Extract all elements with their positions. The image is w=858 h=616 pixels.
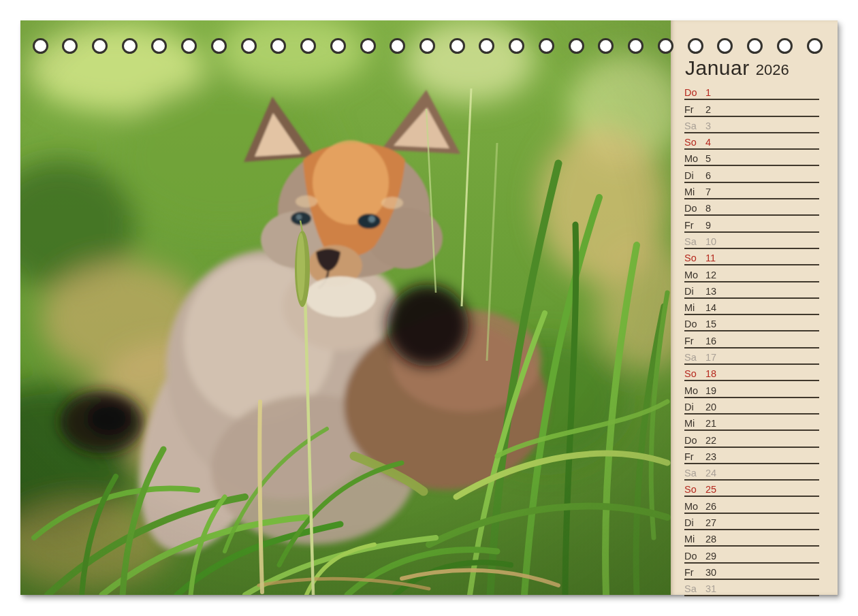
day-row: Do15 — [684, 315, 819, 331]
day-number: 8 — [705, 204, 711, 214]
binder-hole — [360, 38, 376, 54]
day-row: So25 — [684, 481, 819, 497]
day-label: Do — [684, 436, 705, 446]
day-rows: Do1Fr2Sa3So4Mo5Di6Mi7Do8Fr9Sa10So11Mo12D… — [684, 84, 819, 596]
binder-holes — [20, 20, 838, 75]
binder-hole — [211, 38, 227, 54]
day-row: Do22 — [684, 431, 819, 447]
day-row: Mi21 — [684, 415, 819, 431]
day-row: Fr2 — [684, 100, 819, 116]
day-number: 23 — [705, 452, 716, 462]
binder-hole — [598, 38, 614, 54]
day-row: Di6 — [684, 166, 819, 182]
day-number: 31 — [705, 584, 716, 594]
day-label: So — [684, 253, 705, 263]
binder-hole — [717, 38, 733, 54]
day-row: Mo26 — [684, 497, 819, 513]
day-label: Mi — [684, 303, 705, 313]
day-number: 30 — [705, 568, 716, 578]
day-row: Di13 — [684, 282, 819, 299]
binder-hole — [539, 38, 554, 54]
day-label: Mo — [684, 270, 705, 280]
day-label: Di — [684, 287, 705, 297]
day-row: Fr30 — [684, 564, 819, 580]
day-number: 10 — [705, 237, 716, 247]
day-number: 22 — [705, 436, 716, 446]
day-label: Do — [684, 88, 705, 98]
day-row: Sa17 — [684, 348, 819, 365]
day-number: 24 — [705, 468, 716, 479]
product-image: Januar 2026 Do1Fr2Sa3So4Mo5Di6Mi7Do8Fr9S… — [0, 0, 858, 616]
day-label: Mo — [684, 386, 705, 396]
day-row: Sa31 — [684, 580, 819, 596]
day-label: Fr — [684, 105, 705, 115]
day-row: Di20 — [684, 398, 819, 415]
day-label: Fr — [684, 221, 705, 231]
day-label: Mo — [684, 502, 705, 512]
binder-hole — [62, 38, 78, 54]
day-row: Fr16 — [684, 331, 819, 348]
binder-hole — [658, 38, 673, 54]
day-label: So — [684, 485, 705, 495]
day-number: 15 — [705, 319, 716, 329]
binder-hole — [509, 38, 524, 54]
day-row: Fr23 — [684, 448, 819, 464]
day-number: 1 — [705, 88, 711, 98]
day-number: 7 — [705, 187, 711, 197]
day-label: Fr — [684, 568, 705, 578]
day-row: Mi14 — [684, 299, 819, 315]
day-row: Do29 — [684, 547, 819, 563]
day-number: 19 — [705, 386, 716, 396]
binder-hole — [181, 38, 197, 54]
binder-hole — [122, 38, 138, 54]
day-number: 5 — [705, 154, 711, 164]
day-row: So4 — [684, 133, 819, 150]
calendar-sheet: Januar 2026 Do1Fr2Sa3So4Mo5Di6Mi7Do8Fr9S… — [20, 20, 838, 595]
day-number: 18 — [705, 369, 716, 379]
day-row: Di27 — [684, 514, 819, 530]
day-row: Fr9 — [684, 216, 819, 232]
binder-hole — [807, 38, 823, 54]
day-label: Do — [684, 204, 705, 214]
day-label: Mi — [684, 187, 705, 197]
day-number: 28 — [705, 534, 716, 545]
binder-hole — [569, 38, 584, 54]
binder-hole — [688, 38, 703, 54]
day-row: Do1 — [684, 84, 819, 100]
photo-fox-kit — [20, 20, 671, 595]
binder-hole — [270, 38, 286, 54]
binder-hole — [330, 38, 346, 54]
binder-hole — [479, 38, 494, 54]
binder-hole — [92, 38, 108, 54]
day-number: 2 — [705, 105, 711, 115]
calendar-panel: Januar 2026 Do1Fr2Sa3So4Mo5Di6Mi7Do8Fr9S… — [671, 20, 838, 595]
binder-hole — [419, 38, 435, 54]
binder-hole — [390, 38, 405, 54]
day-number: 6 — [705, 171, 711, 181]
binder-hole — [33, 38, 48, 54]
day-label: Sa — [684, 237, 705, 247]
day-row: Mo19 — [684, 381, 819, 398]
day-row: Sa24 — [684, 464, 819, 481]
day-label: Fr — [684, 452, 705, 462]
day-label: Fr — [684, 336, 705, 346]
day-row: Mo5 — [684, 150, 819, 166]
day-row: Sa3 — [684, 117, 819, 133]
binder-hole — [628, 38, 644, 54]
day-number: 16 — [705, 336, 716, 346]
day-label: Di — [684, 171, 705, 181]
day-row: Do8 — [684, 199, 819, 216]
day-number: 4 — [705, 137, 711, 148]
day-number: 26 — [705, 502, 716, 512]
binder-hole — [747, 38, 763, 54]
day-label: Mo — [684, 154, 705, 164]
day-row: Mi7 — [684, 183, 819, 199]
day-label: Do — [684, 319, 705, 329]
day-number: 9 — [705, 221, 711, 231]
day-label: Sa — [684, 121, 705, 131]
day-number: 20 — [705, 402, 716, 412]
day-row: So18 — [684, 365, 819, 381]
day-label: So — [684, 369, 705, 379]
day-label: Di — [684, 402, 705, 412]
binder-hole — [777, 38, 793, 54]
